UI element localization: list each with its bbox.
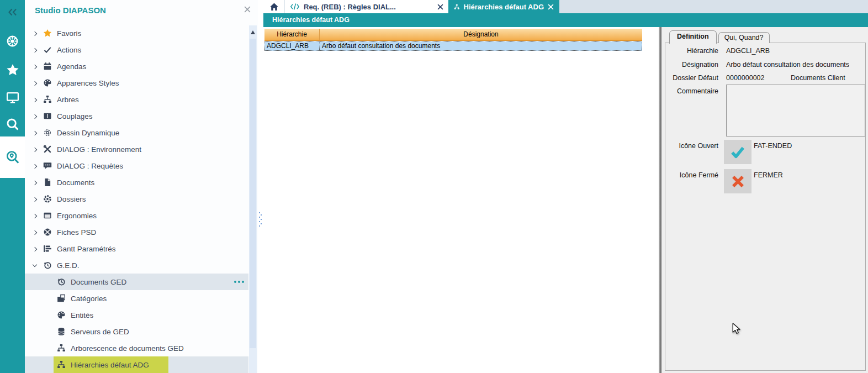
field-label-dossier-defaut: Dossier Défaut xyxy=(663,74,718,82)
detail-panel: Définition Qui, Quand? Hiérarchie ADGCLI… xyxy=(662,27,868,373)
chevron-right-icon[interactable] xyxy=(32,213,38,219)
chevron-right-icon[interactable] xyxy=(32,80,38,86)
sidebar-item-fiches-psd[interactable]: Fiches PSD xyxy=(25,224,248,240)
tab-definition[interactable]: Définition xyxy=(669,30,717,44)
tab-req-reb-regles-dial[interactable]: Req. (REB) : Règles DIAL... xyxy=(285,0,448,13)
close-icon[interactable] xyxy=(548,4,554,10)
chevron-right-icon[interactable] xyxy=(32,30,38,36)
chevron-right-icon[interactable] xyxy=(32,196,38,202)
scrollbar-thumb[interactable] xyxy=(250,39,256,348)
chevron-right-icon[interactable] xyxy=(32,146,38,153)
field-label-icone-ferme: Icône Fermé xyxy=(663,171,718,179)
chevron-right-icon[interactable] xyxy=(32,97,38,103)
star-icon xyxy=(43,29,52,38)
row-more-menu-icon[interactable] xyxy=(234,281,244,283)
hierarchy-grid: Hiérarchie Désignation ADGCLI_ARB Arbo d… xyxy=(264,29,642,51)
sidebar-item-label: Ergonomies xyxy=(57,212,97,220)
sidebar-item-gantt-parametres[interactable]: Gantt Paramétrés xyxy=(25,240,248,257)
chevron-down-icon[interactable] xyxy=(32,262,38,269)
tab-label: Qui, Quand? xyxy=(724,34,764,41)
sidebar-item-label: Dossiers xyxy=(57,195,86,203)
table-row[interactable]: ADGCLI_ARB Arbo défaut consultation des … xyxy=(264,41,642,51)
chevron-right-icon[interactable] xyxy=(32,229,38,235)
tab-hierarchies-defaut-adg[interactable]: Hiérarchies défaut ADG xyxy=(448,0,559,13)
advanced-search-button[interactable] xyxy=(0,136,25,178)
sidebar-item-hierarchies-defaut-adg[interactable]: Hiérarchies défaut ADG xyxy=(25,356,248,373)
sidebar-item-label: Arbres xyxy=(57,96,79,104)
house-icon xyxy=(269,2,279,12)
comment-field[interactable] xyxy=(726,85,865,136)
tab-label: Hiérarchies défaut ADG xyxy=(464,3,544,11)
columns-icon xyxy=(43,112,52,120)
document-icon xyxy=(43,178,52,187)
sidebar-item-categories[interactable]: Catégories xyxy=(25,290,248,307)
sidebar-item-favoris[interactable]: Favoris xyxy=(25,25,248,41)
sidebar-item-label: Actions xyxy=(57,46,81,54)
gear-outline-icon xyxy=(43,128,52,137)
chevron-right-icon[interactable] xyxy=(32,130,38,136)
sidebar-item-dessin-dynamique[interactable]: Dessin Dynamique xyxy=(25,124,248,141)
view-title-bar: Hiérarchies défaut ADG xyxy=(263,13,868,27)
sidebar-item-dossiers[interactable]: Dossiers xyxy=(25,191,248,207)
sidebar-item-ged[interactable]: G.E.D. xyxy=(25,257,248,274)
sidebar-item-arborescence-documents-ged[interactable]: Arborescence de documents GED xyxy=(25,340,248,356)
field-label-icone-ouvert: Icône Ouvert xyxy=(663,142,718,150)
window-icon xyxy=(43,211,52,220)
chevron-right-icon[interactable] xyxy=(32,180,38,186)
document-tab-bar: Req. (REB) : Règles DIAL... Hiérarchies … xyxy=(263,0,868,13)
chevron-right-icon[interactable] xyxy=(32,64,38,70)
tab-label: Définition xyxy=(677,33,709,40)
history-icon xyxy=(43,261,52,270)
field-value-dossier-code[interactable]: 0000000002 xyxy=(726,74,765,82)
field-value-designation[interactable]: Arbo défaut consultation des documents xyxy=(726,61,849,69)
tab-home[interactable] xyxy=(263,0,284,13)
chevron-right-icon[interactable] xyxy=(32,246,38,252)
sidebar-item-label: Documents GED xyxy=(71,278,126,286)
sidebar-item-apparences-styles[interactable]: Apparences Styles xyxy=(25,75,248,91)
sidebar-item-serveurs-de-ged[interactable]: Serveurs de GED xyxy=(25,323,248,340)
sidebar-item-arbres[interactable]: Arbres xyxy=(25,91,248,108)
sidebar-item-agendas[interactable]: Agendas xyxy=(25,58,248,75)
sidebar-item-ergonomies[interactable]: Ergonomies xyxy=(25,207,248,224)
field-value-dossier-name[interactable]: Documents Client xyxy=(791,74,845,82)
sidebar-item-label: Arborescence de documents GED xyxy=(71,344,184,353)
column-header-hierarchie[interactable]: Hiérarchie xyxy=(264,29,319,40)
collapse-sidebar-button[interactable] xyxy=(0,2,25,22)
chevron-right-icon[interactable] xyxy=(32,113,38,119)
favorites-button[interactable] xyxy=(0,60,25,80)
sidebar-item-documents[interactable]: Documents xyxy=(25,174,248,191)
tab-qui-quand[interactable]: Qui, Quand? xyxy=(718,32,770,43)
sidebar-item-label: Apparences Styles xyxy=(57,79,119,87)
calendar-icon xyxy=(43,62,52,71)
scroll-up-button[interactable] xyxy=(249,28,257,36)
sidebar-item-label: Catégories xyxy=(71,295,107,303)
chevron-right-icon[interactable] xyxy=(32,163,38,169)
closed-icon-button[interactable] xyxy=(724,169,751,193)
sidebar-scrollbar[interactable] xyxy=(249,25,257,373)
close-icon[interactable] xyxy=(437,4,443,10)
sidebar-splitter[interactable] xyxy=(258,0,263,373)
open-icon-button[interactable] xyxy=(724,140,751,164)
search-button[interactable] xyxy=(0,114,25,134)
database-icon xyxy=(57,327,66,336)
screens-button[interactable] xyxy=(0,87,25,107)
column-header-designation[interactable]: Désignation xyxy=(319,29,642,40)
chevron-right-icon[interactable] xyxy=(32,47,38,53)
org-tree-icon xyxy=(43,95,52,104)
search-pin-icon xyxy=(5,150,20,165)
sidebar-item-dialog-requetes[interactable]: DIALOG : Requêtes xyxy=(25,157,248,174)
sidebar-item-couplages[interactable]: Couplages xyxy=(25,108,248,124)
sidebar-item-actions[interactable]: Actions xyxy=(25,41,248,58)
sidebar-close-button[interactable] xyxy=(244,6,251,13)
tab-label: Req. (REB) : Règles DIAL... xyxy=(304,3,433,11)
field-value-hierarchie[interactable]: ADGCLI_ARB xyxy=(726,47,770,55)
org-tree-icon xyxy=(57,344,66,353)
sidebar-item-label: Gantt Paramétrés xyxy=(57,245,116,253)
sidebar-item-dialog-environnement[interactable]: DIALOG : Environnement xyxy=(25,141,248,157)
cell-hierarchie: ADGCLI_ARB xyxy=(264,41,319,51)
double-chevron-left-icon xyxy=(7,7,19,17)
sidebar-item-entites[interactable]: Entités xyxy=(25,307,248,323)
gantt-icon xyxy=(43,244,52,253)
sidebar-item-documents-ged[interactable]: Documents GED xyxy=(25,274,248,290)
modules-button[interactable] xyxy=(0,31,25,51)
